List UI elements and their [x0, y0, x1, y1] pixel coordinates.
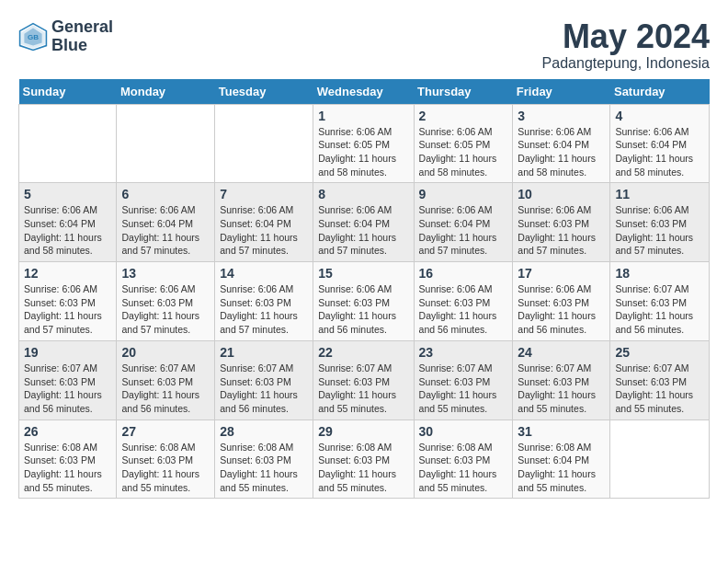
header-day: Thursday	[414, 79, 513, 105]
calendar-cell: 6Sunrise: 6:06 AM Sunset: 6:04 PM Daylig…	[117, 183, 215, 262]
day-number: 5	[24, 187, 111, 201]
header-day: Wednesday	[313, 79, 414, 105]
logo: GB General Blue	[18, 18, 113, 55]
day-info: Sunrise: 6:08 AM Sunset: 6:03 PM Dayligh…	[121, 441, 210, 495]
day-number: 3	[518, 109, 605, 123]
day-number: 9	[419, 187, 508, 201]
day-info: Sunrise: 6:06 AM Sunset: 6:04 PM Dayligh…	[220, 203, 308, 258]
day-info: Sunrise: 6:07 AM Sunset: 6:03 PM Dayligh…	[615, 282, 704, 337]
location-title: Padangtepung, Indonesia	[542, 55, 710, 72]
calendar-cell: 16Sunrise: 6:06 AM Sunset: 6:03 PM Dayli…	[414, 262, 513, 341]
day-number: 19	[24, 345, 111, 360]
header-day: Monday	[117, 79, 215, 105]
day-number: 6	[121, 187, 210, 201]
calendar-cell: 10Sunrise: 6:06 AM Sunset: 6:03 PM Dayli…	[513, 183, 610, 262]
calendar-cell: 11Sunrise: 6:06 AM Sunset: 6:03 PM Dayli…	[610, 183, 710, 262]
day-number: 24	[518, 345, 605, 360]
calendar-cell	[610, 419, 710, 499]
day-number: 17	[518, 266, 605, 281]
day-info: Sunrise: 6:07 AM Sunset: 6:03 PM Dayligh…	[518, 362, 605, 416]
day-number: 31	[518, 424, 605, 439]
day-number: 21	[220, 345, 308, 360]
calendar-cell: 22Sunrise: 6:07 AM Sunset: 6:03 PM Dayli…	[313, 340, 414, 419]
calendar-cell: 31Sunrise: 6:08 AM Sunset: 6:04 PM Dayli…	[513, 419, 610, 499]
calendar-body: 1Sunrise: 6:06 AM Sunset: 6:05 PM Daylig…	[19, 104, 710, 499]
calendar-cell: 8Sunrise: 6:06 AM Sunset: 6:04 PM Daylig…	[313, 183, 414, 262]
day-number: 18	[615, 266, 704, 281]
day-info: Sunrise: 6:06 AM Sunset: 6:03 PM Dayligh…	[419, 282, 508, 337]
calendar-cell: 5Sunrise: 6:06 AM Sunset: 6:04 PM Daylig…	[19, 183, 117, 262]
day-info: Sunrise: 6:06 AM Sunset: 6:03 PM Dayligh…	[518, 282, 605, 337]
day-number: 14	[220, 266, 308, 281]
day-info: Sunrise: 6:06 AM Sunset: 6:03 PM Dayligh…	[615, 203, 704, 258]
day-number: 13	[121, 266, 210, 281]
day-info: Sunrise: 6:06 AM Sunset: 6:04 PM Dayligh…	[24, 203, 111, 258]
day-number: 15	[318, 266, 408, 281]
day-number: 10	[518, 187, 605, 201]
day-number: 27	[121, 424, 210, 439]
calendar-cell: 12Sunrise: 6:06 AM Sunset: 6:03 PM Dayli…	[19, 262, 117, 341]
svg-text:GB: GB	[28, 33, 39, 41]
calendar-cell: 2Sunrise: 6:06 AM Sunset: 6:05 PM Daylig…	[414, 104, 513, 183]
calendar-cell: 21Sunrise: 6:07 AM Sunset: 6:03 PM Dayli…	[215, 340, 313, 419]
calendar-cell: 27Sunrise: 6:08 AM Sunset: 6:03 PM Dayli…	[117, 419, 215, 499]
day-number: 8	[318, 187, 408, 201]
calendar-cell: 9Sunrise: 6:06 AM Sunset: 6:04 PM Daylig…	[414, 183, 513, 262]
header-day: Sunday	[19, 79, 117, 105]
day-info: Sunrise: 6:06 AM Sunset: 6:05 PM Dayligh…	[318, 125, 408, 179]
title-block: May 2024 Padangtepung, Indonesia	[542, 18, 710, 72]
day-info: Sunrise: 6:06 AM Sunset: 6:04 PM Dayligh…	[615, 125, 704, 179]
day-number: 16	[419, 266, 508, 281]
calendar-cell: 29Sunrise: 6:08 AM Sunset: 6:03 PM Dayli…	[313, 419, 414, 499]
day-number: 2	[419, 109, 508, 123]
day-info: Sunrise: 6:07 AM Sunset: 6:03 PM Dayligh…	[615, 362, 704, 416]
day-number: 20	[121, 345, 210, 360]
page-header: GB General Blue May 2024 Padangtepung, I…	[18, 18, 710, 72]
calendar-cell: 26Sunrise: 6:08 AM Sunset: 6:03 PM Dayli…	[19, 419, 117, 499]
calendar-cell: 19Sunrise: 6:07 AM Sunset: 6:03 PM Dayli…	[19, 340, 117, 419]
day-info: Sunrise: 6:08 AM Sunset: 6:03 PM Dayligh…	[318, 441, 408, 495]
calendar-cell: 20Sunrise: 6:07 AM Sunset: 6:03 PM Dayli…	[117, 340, 215, 419]
day-info: Sunrise: 6:07 AM Sunset: 6:03 PM Dayligh…	[419, 362, 508, 416]
calendar-week: 1Sunrise: 6:06 AM Sunset: 6:05 PM Daylig…	[19, 104, 710, 183]
calendar-cell: 15Sunrise: 6:06 AM Sunset: 6:03 PM Dayli…	[313, 262, 414, 341]
calendar-cell: 17Sunrise: 6:06 AM Sunset: 6:03 PM Dayli…	[513, 262, 610, 341]
day-info: Sunrise: 6:08 AM Sunset: 6:03 PM Dayligh…	[419, 441, 508, 495]
header-row: SundayMondayTuesdayWednesdayThursdayFrid…	[19, 79, 710, 105]
calendar-week: 12Sunrise: 6:06 AM Sunset: 6:03 PM Dayli…	[19, 262, 710, 341]
day-info: Sunrise: 6:08 AM Sunset: 6:03 PM Dayligh…	[24, 441, 111, 495]
day-info: Sunrise: 6:07 AM Sunset: 6:03 PM Dayligh…	[121, 362, 210, 416]
logo-text: General Blue	[51, 18, 113, 55]
day-number: 28	[220, 424, 308, 439]
header-day: Tuesday	[215, 79, 313, 105]
month-title: May 2024	[542, 18, 710, 55]
logo-icon: GB	[18, 22, 48, 52]
calendar-cell: 24Sunrise: 6:07 AM Sunset: 6:03 PM Dayli…	[513, 340, 610, 419]
day-number: 30	[419, 424, 508, 439]
calendar-cell: 28Sunrise: 6:08 AM Sunset: 6:03 PM Dayli…	[215, 419, 313, 499]
day-info: Sunrise: 6:06 AM Sunset: 6:03 PM Dayligh…	[518, 203, 605, 258]
calendar-cell	[215, 104, 313, 183]
calendar-cell	[117, 104, 215, 183]
day-info: Sunrise: 6:06 AM Sunset: 6:04 PM Dayligh…	[419, 203, 508, 258]
day-info: Sunrise: 6:06 AM Sunset: 6:05 PM Dayligh…	[419, 125, 508, 179]
calendar-cell: 1Sunrise: 6:06 AM Sunset: 6:05 PM Daylig…	[313, 104, 414, 183]
day-info: Sunrise: 6:06 AM Sunset: 6:03 PM Dayligh…	[24, 282, 111, 337]
header-day: Saturday	[610, 79, 710, 105]
day-info: Sunrise: 6:06 AM Sunset: 6:03 PM Dayligh…	[318, 282, 408, 337]
day-number: 7	[220, 187, 308, 201]
day-number: 26	[24, 424, 111, 439]
calendar-cell	[19, 104, 117, 183]
calendar-cell: 14Sunrise: 6:06 AM Sunset: 6:03 PM Dayli…	[215, 262, 313, 341]
calendar-header: SundayMondayTuesdayWednesdayThursdayFrid…	[19, 79, 710, 105]
calendar-cell: 18Sunrise: 6:07 AM Sunset: 6:03 PM Dayli…	[610, 262, 710, 341]
calendar-table: SundayMondayTuesdayWednesdayThursdayFrid…	[18, 79, 710, 500]
day-info: Sunrise: 6:06 AM Sunset: 6:03 PM Dayligh…	[220, 282, 308, 337]
day-info: Sunrise: 6:06 AM Sunset: 6:04 PM Dayligh…	[518, 125, 605, 179]
calendar-week: 26Sunrise: 6:08 AM Sunset: 6:03 PM Dayli…	[19, 419, 710, 499]
day-info: Sunrise: 6:07 AM Sunset: 6:03 PM Dayligh…	[220, 362, 308, 416]
day-info: Sunrise: 6:06 AM Sunset: 6:03 PM Dayligh…	[121, 282, 210, 337]
calendar-cell: 30Sunrise: 6:08 AM Sunset: 6:03 PM Dayli…	[414, 419, 513, 499]
calendar-cell: 23Sunrise: 6:07 AM Sunset: 6:03 PM Dayli…	[414, 340, 513, 419]
day-number: 23	[419, 345, 508, 360]
